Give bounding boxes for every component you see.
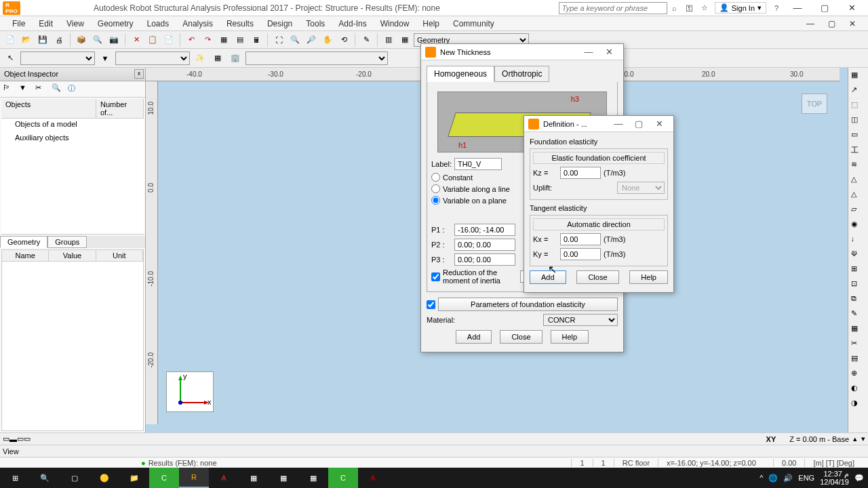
start-button[interactable]: ⊞ [0, 468, 30, 488]
tray-vol-icon[interactable]: 🔊 [783, 474, 793, 483]
vtool-icon[interactable]: ▭ [3, 434, 9, 443]
vtool-icon[interactable]: ▬ [9, 435, 17, 443]
panel-close-icon[interactable]: x [134, 69, 144, 79]
vtool-icon[interactable]: ▭ [24, 434, 31, 443]
help-icon[interactable]: ? [770, 2, 783, 14]
kx-input[interactable] [560, 233, 601, 245]
rtool-icon[interactable]: ⊞ [851, 264, 866, 278]
layers-icon[interactable]: ▥ [381, 33, 396, 47]
calc-icon[interactable]: ▤ [233, 33, 248, 47]
calculator-icon[interactable]: 🖩 [249, 33, 264, 47]
rtool-icon[interactable]: ◑ [851, 399, 866, 412]
menu-analysis[interactable]: Analysis [176, 18, 220, 30]
app-icon[interactable]: ▦ [298, 468, 328, 488]
signin-button[interactable]: 👤 Sign In ▾ [715, 2, 766, 14]
camtasia-icon[interactable]: C [149, 468, 179, 488]
mdi-minimize-icon[interactable]: — [800, 18, 821, 30]
p3-input[interactable] [454, 253, 515, 266]
rtool-icon[interactable]: ✎ [851, 309, 866, 323]
dialog-minimize-icon[interactable]: — [578, 47, 599, 57]
snapshot-icon[interactable]: 📷 [106, 33, 121, 47]
save-icon[interactable]: 💾 [35, 33, 50, 47]
search-taskbar-icon[interactable]: 🔍 [30, 468, 60, 488]
search-input[interactable] [559, 2, 667, 14]
rtool-icon[interactable]: ↗ [851, 85, 866, 99]
funnel-icon[interactable]: ▼ [19, 83, 31, 96]
dialog-close-icon[interactable]: ✕ [599, 47, 619, 57]
box-icon[interactable]: 📦 [74, 33, 89, 47]
axis-triad[interactable]: xy [166, 371, 214, 412]
rtool-icon[interactable]: ⟱ [851, 249, 866, 263]
edit-icon[interactable]: ✎ [359, 33, 374, 47]
tree-row[interactable]: Auxiliary objects [1, 132, 144, 143]
info-icon[interactable]: ⓘ [68, 83, 80, 96]
menu-tools[interactable]: Tools [299, 18, 332, 30]
dialog-close-icon[interactable]: ✕ [649, 119, 669, 129]
menu-addins[interactable]: Add-Ins [332, 18, 373, 30]
selector-1[interactable] [20, 52, 95, 65]
rtool-icon[interactable]: ▦ [851, 324, 866, 338]
open-icon[interactable]: 📂 [19, 33, 34, 47]
new-icon[interactable]: 📄 [3, 33, 18, 47]
search-icon[interactable]: 🔍 [52, 83, 64, 96]
csi-icon[interactable]: C [328, 468, 358, 488]
tray-net-icon[interactable]: 🌐 [768, 474, 778, 483]
preview-icon[interactable]: 🔍 [90, 33, 105, 47]
tree-row[interactable]: Objects of a model [1, 119, 144, 129]
chrome-icon[interactable]: 🟡 [90, 468, 119, 488]
dialog-minimize-icon[interactable]: — [608, 119, 629, 129]
cursor-icon[interactable]: ↖ [3, 51, 18, 66]
p1-input[interactable] [454, 224, 515, 236]
flag-icon[interactable]: 🏳 [3, 83, 15, 96]
mdi-close-icon[interactable]: ✕ [842, 18, 863, 30]
tray-lang[interactable]: ENG [798, 474, 814, 482]
robot-icon[interactable]: R [179, 468, 209, 488]
menu-file[interactable]: File [5, 18, 32, 30]
rtool-icon[interactable]: ▭ [851, 130, 866, 144]
copy-icon[interactable]: 📋 [145, 33, 160, 47]
def-add-button[interactable]: Add [530, 270, 566, 284]
tab-geometry[interactable]: Geometry [0, 236, 47, 248]
view-orientation-badge[interactable]: TOP [802, 94, 827, 114]
menu-edit[interactable]: Edit [32, 18, 60, 30]
zoom-window-icon[interactable]: 🔎 [304, 33, 319, 47]
menu-results[interactable]: Results [220, 18, 260, 30]
rtool-icon[interactable]: ≋ [851, 160, 866, 174]
pdf-icon[interactable]: A [358, 468, 388, 488]
rtool-icon[interactable]: ⬚ [851, 100, 866, 114]
delete-icon[interactable]: ✕ [129, 33, 144, 47]
rtool-icon[interactable]: ▤ [851, 354, 866, 367]
menu-view[interactable]: View [60, 18, 91, 30]
building-icon[interactable]: 🏢 [228, 51, 243, 66]
menu-design[interactable]: Design [260, 18, 299, 30]
thickness-help-button[interactable]: Help [551, 330, 589, 344]
kz-input[interactable] [560, 167, 601, 179]
menu-window[interactable]: Window [374, 18, 416, 30]
app-icon[interactable]: ▦ [269, 468, 298, 488]
rtool-icon[interactable]: ✂ [851, 339, 866, 352]
def-help-button[interactable]: Help [629, 270, 668, 284]
autocad-icon[interactable]: A [209, 468, 239, 488]
menu-geometry[interactable]: Geometry [91, 18, 140, 30]
rtool-icon[interactable]: ◫ [851, 115, 866, 129]
p2-input[interactable] [454, 239, 515, 251]
radio-line[interactable] [431, 184, 440, 193]
radio-constant[interactable] [431, 173, 440, 182]
rtool-icon[interactable]: 工 [851, 145, 866, 159]
rtool-icon[interactable]: △ [851, 190, 866, 203]
menu-community[interactable]: Community [446, 18, 501, 30]
rtool-icon[interactable]: ◉ [851, 220, 866, 233]
rtool-icon[interactable]: ▦ [851, 70, 866, 84]
rotate-icon[interactable]: ⟲ [336, 33, 351, 47]
rtool-icon[interactable]: ⊡ [851, 279, 866, 293]
wand-icon[interactable]: ✨ [193, 51, 208, 66]
rtool-icon[interactable]: △ [851, 175, 866, 188]
vtool-icon[interactable]: ▭ [17, 434, 24, 443]
minimize-button[interactable]: — [784, 0, 811, 16]
print-icon[interactable]: 🖨 [52, 33, 66, 47]
radio-plane[interactable] [431, 196, 440, 205]
star-icon[interactable]: ☆ [698, 2, 711, 14]
key-icon[interactable]: ⚿ [683, 2, 696, 14]
label-input[interactable] [454, 158, 502, 170]
rtool-icon[interactable]: ⧉ [851, 294, 866, 308]
